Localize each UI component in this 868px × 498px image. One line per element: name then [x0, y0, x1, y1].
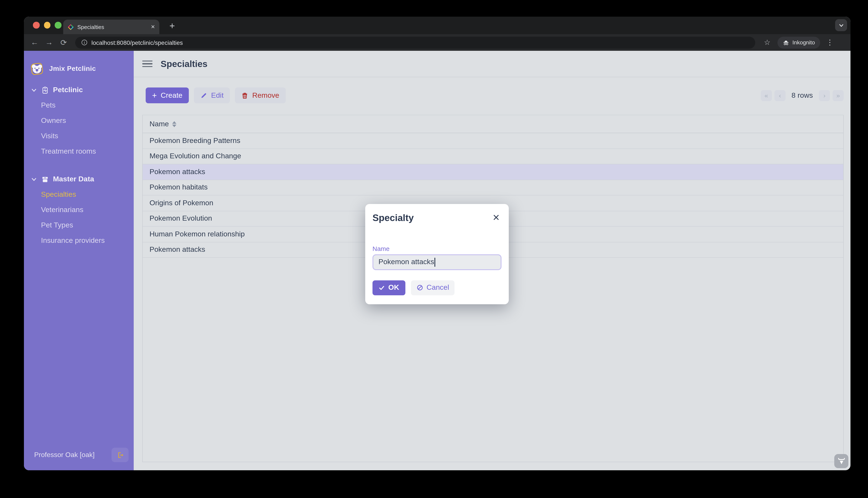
table-row[interactable]: Pokemon Breeding Patterns	[143, 133, 843, 149]
forward-button[interactable]: →	[43, 36, 55, 49]
sidebar-item-treatment-rooms[interactable]: Treatment rooms	[24, 144, 134, 159]
browser-tab-strip: Specialties ✕ +	[24, 17, 851, 34]
window-controls	[33, 22, 61, 28]
trash-icon	[242, 92, 248, 99]
section-label: Master Data	[53, 175, 94, 183]
cell-name: Pokemon Evolution	[150, 214, 212, 223]
sort-icon[interactable]	[173, 121, 177, 127]
incognito-badge: Inkognito	[777, 37, 820, 49]
view-header: Specialties	[134, 51, 851, 77]
tab-search-button[interactable]	[835, 19, 847, 31]
actions-row: + Create Edit	[146, 88, 844, 103]
cell-name: Origins of Pokemon	[150, 199, 213, 207]
table-row-selected[interactable]: Pokemon attacks	[143, 164, 843, 180]
ok-button[interactable]: OK	[372, 280, 405, 295]
app-title: Jmix Petclinic	[49, 65, 96, 73]
name-field-label: Name	[372, 245, 501, 252]
maximize-window-button[interactable]	[55, 22, 61, 28]
table-row[interactable]: Mega Evolution and Change	[143, 149, 843, 164]
ban-icon	[416, 285, 423, 291]
edit-button-label: Edit	[211, 91, 224, 100]
incognito-label: Inkognito	[792, 39, 815, 45]
remove-button[interactable]: Remove	[235, 88, 286, 103]
remove-button-label: Remove	[252, 91, 279, 100]
incognito-icon	[782, 39, 789, 46]
dialog-close-button[interactable]	[490, 212, 501, 223]
tab-close-icon[interactable]: ✕	[151, 24, 155, 30]
cancel-button[interactable]: Cancel	[411, 280, 455, 295]
chevron-down-icon	[838, 23, 844, 28]
sidebar-item-pets[interactable]: Pets	[24, 98, 134, 113]
close-icon	[493, 214, 499, 220]
logout-button[interactable]	[112, 448, 129, 462]
table-header[interactable]: Name	[143, 115, 843, 133]
vaadin-logo-icon	[837, 456, 846, 466]
sidebar-item-owners[interactable]: Owners	[24, 113, 134, 129]
ok-button-label: OK	[388, 284, 399, 292]
page-title: Specialties	[161, 59, 207, 69]
last-page-button[interactable]: »	[832, 90, 844, 101]
create-button[interactable]: + Create	[146, 88, 189, 103]
cancel-button-label: Cancel	[426, 284, 449, 292]
chevron-down-icon	[31, 176, 37, 182]
cell-name: Pokemon attacks	[150, 168, 205, 176]
archive-box-icon	[41, 175, 49, 183]
url-text: localhost:8080/petclinic/specialties	[91, 39, 183, 46]
column-header-name[interactable]: Name	[150, 120, 169, 128]
name-input-value: Pokemon attacks	[379, 258, 434, 266]
bookmark-star-icon[interactable]: ☆	[761, 37, 773, 49]
browser-toolbar: ← → ⟳ localhost:8080/petclinic/specialti…	[24, 34, 851, 51]
first-page-button[interactable]: «	[761, 90, 772, 101]
user-row: Professor Oak [oak]	[24, 443, 134, 470]
cell-name: Pokemon habitats	[150, 183, 208, 192]
name-input[interactable]: Pokemon attacks	[372, 254, 501, 270]
chevron-down-icon	[31, 87, 37, 93]
sidebar-item-pet-types[interactable]: Pet Types	[24, 218, 134, 233]
new-tab-button[interactable]: +	[166, 19, 179, 32]
edit-button[interactable]: Edit	[194, 88, 230, 103]
section-label: Petclinic	[53, 86, 83, 94]
sidebar-section-master-data[interactable]: Master Data	[24, 172, 134, 187]
back-button[interactable]: ←	[28, 36, 41, 49]
petclinic-dog-logo	[30, 62, 43, 75]
table-row[interactable]: Pokemon habitats	[143, 180, 843, 195]
current-user-label: Professor Oak [oak]	[34, 451, 94, 459]
sidebar: Jmix Petclinic Petclinic Pets Owners Vis…	[24, 51, 134, 470]
cell-name: Human Pokemon relationship	[150, 230, 245, 238]
sidebar-item-veterinarians[interactable]: Veterinarians	[24, 202, 134, 218]
browser-tab[interactable]: Specialties ✕	[63, 19, 159, 34]
text-cursor	[435, 258, 435, 267]
tab-title: Specialties	[77, 24, 148, 30]
desktop: Specialties ✕ + ← → ⟳ localhost:8080	[0, 0, 868, 498]
rows-count-label: 8 rows	[792, 91, 813, 100]
clipboard-pulse-icon	[41, 86, 49, 94]
next-page-button[interactable]: ›	[819, 90, 830, 101]
drawer-toggle-button[interactable]	[142, 59, 153, 69]
sidebar-section-petclinic[interactable]: Petclinic	[24, 82, 134, 98]
specialty-dialog: Specialty Name Pokemon attacks OK	[365, 204, 509, 304]
minimize-window-button[interactable]	[44, 22, 50, 28]
cell-name: Pokemon attacks	[150, 246, 205, 254]
browser-menu-button[interactable]: ⋮	[825, 37, 835, 48]
jmix-favicon	[67, 24, 74, 30]
site-info-icon[interactable]	[81, 39, 88, 45]
close-window-button[interactable]	[33, 22, 39, 28]
create-button-label: Create	[161, 91, 182, 100]
vaadin-dev-tools-button[interactable]	[834, 454, 848, 468]
reload-button[interactable]: ⟳	[57, 36, 70, 49]
pencil-icon	[200, 92, 207, 99]
sidebar-item-specialties[interactable]: Specialties	[24, 187, 134, 202]
dialog-header: Specialty	[372, 212, 501, 225]
sidebar-item-visits[interactable]: Visits	[24, 129, 134, 144]
address-bar[interactable]: localhost:8080/petclinic/specialties	[75, 37, 755, 49]
pagination: « ‹ 8 rows › »	[761, 90, 844, 101]
cell-name: Mega Evolution and Change	[150, 152, 241, 161]
previous-page-button[interactable]: ‹	[775, 90, 786, 101]
plus-icon: +	[152, 91, 157, 100]
browser-window: Specialties ✕ + ← → ⟳ localhost:8080	[24, 17, 851, 470]
check-icon	[379, 285, 385, 291]
sidebar-item-insurance-providers[interactable]: Insurance providers	[24, 233, 134, 248]
logout-icon	[116, 451, 124, 459]
dialog-actions: OK Cancel	[372, 280, 501, 295]
cell-name: Pokemon Breeding Patterns	[150, 136, 240, 145]
